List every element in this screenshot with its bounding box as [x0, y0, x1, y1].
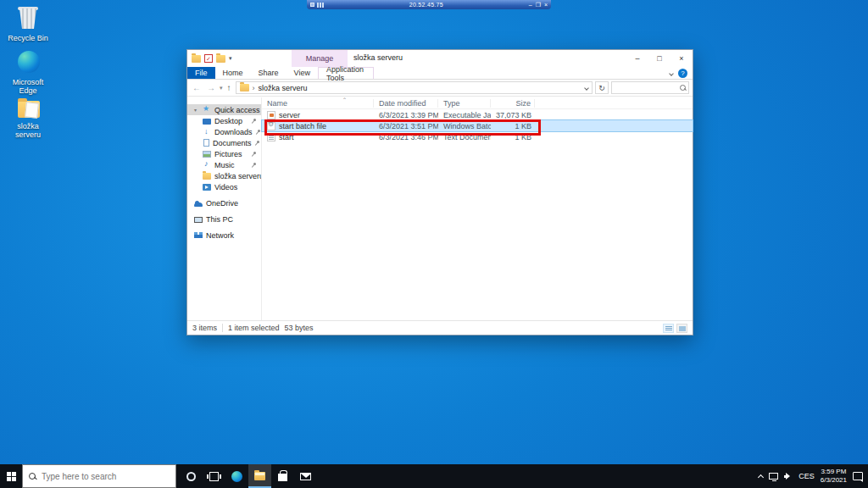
column-header-name[interactable]: Name	[262, 99, 374, 108]
forward-button[interactable]: →	[205, 83, 217, 92]
sidebar-item-slozka-serveru[interactable]: složka serveru	[187, 170, 261, 181]
breadcrumb[interactable]: › složka serveru	[236, 81, 593, 94]
chevron-down-icon[interactable]: ▾	[229, 55, 232, 62]
new-folder-icon[interactable]	[216, 55, 225, 63]
sidebar-item-onedrive[interactable]: OneDrive	[187, 197, 261, 208]
network-tray-icon[interactable]	[769, 473, 778, 480]
sidebar-item-downloads[interactable]: Downloads	[187, 126, 261, 137]
action-center-icon[interactable]	[853, 472, 863, 480]
store-icon	[278, 474, 287, 481]
maximize-button[interactable]: □	[648, 50, 670, 67]
rdp-restore-button[interactable]: ❐	[536, 2, 541, 8]
show-hidden-icons-chevron-icon[interactable]	[758, 474, 764, 480]
sidebar-item-label: Downloads	[214, 128, 253, 136]
taskbar: CES 3:59 PM 6/3/2021	[0, 464, 868, 488]
taskbar-search-input[interactable]	[42, 472, 170, 481]
title-bar: ✓ ▾ Manage složka serveru – □ ×	[187, 50, 693, 67]
file-name: start batch file	[279, 122, 326, 130]
rdp-close-button[interactable]: ×	[544, 2, 548, 8]
window-title: složka serveru	[353, 53, 403, 62]
file-explorer-taskbar-button[interactable]	[248, 464, 271, 488]
ribbon-collapse-chevron-icon[interactable]	[669, 71, 674, 76]
clock[interactable]: 3:59 PM 6/3/2021	[821, 468, 847, 485]
sidebar-item-videos[interactable]: Videos	[187, 181, 261, 192]
explorer-search-input[interactable]	[615, 84, 680, 92]
mail-icon	[300, 473, 311, 480]
refresh-button[interactable]: ↻	[595, 81, 609, 94]
tab-file[interactable]: File	[187, 67, 215, 79]
file-size: 1 KB	[491, 133, 535, 141]
folder-icon	[203, 173, 211, 180]
expander-icon[interactable]: ▾	[194, 107, 199, 113]
details-view-button[interactable]	[663, 324, 674, 333]
task-view-button[interactable]	[203, 464, 225, 488]
network-icon	[194, 235, 203, 238]
address-dropdown-chevron-icon[interactable]	[584, 86, 589, 91]
file-date: 6/3/2021 3:51 PM	[374, 122, 438, 130]
volume-icon[interactable]	[784, 473, 793, 480]
desktop-icon	[203, 119, 211, 125]
file-type: Windows Batch File	[438, 122, 491, 130]
rdp-minimize-button[interactable]: –	[529, 2, 532, 8]
language-indicator[interactable]: CES	[798, 472, 815, 480]
close-button[interactable]: ×	[670, 50, 693, 67]
pin-icon	[255, 141, 260, 146]
sidebar-item-quick-access[interactable]: ▾ Quick access	[187, 104, 261, 115]
address-bar: ← → ▾ ↑ › složka serveru ↻	[187, 80, 693, 97]
desktop-icon-slozka-serveru[interactable]: složka serveru	[3, 97, 53, 139]
tab-application-tools[interactable]: Application Tools	[318, 67, 374, 79]
file-row-server[interactable]: server 6/3/2021 3:39 PM Executable Jar F…	[262, 109, 693, 120]
edge-icon	[231, 471, 242, 482]
divider	[222, 324, 223, 332]
this-pc-icon	[194, 217, 203, 223]
status-selection: 1 item selected	[228, 324, 280, 332]
rdp-left-controls	[310, 3, 324, 8]
sidebar-item-documents[interactable]: Documents	[187, 137, 261, 148]
tab-share[interactable]: Share	[251, 67, 287, 79]
music-icon	[203, 161, 211, 169]
rdp-ip-address: 20.52.45.75	[324, 2, 529, 8]
minimize-button[interactable]: –	[626, 50, 648, 67]
column-header-size[interactable]: Size	[491, 99, 535, 108]
column-header-date-modified[interactable]: Date modified	[374, 99, 438, 108]
downloads-icon	[203, 128, 211, 136]
pin-icon[interactable]	[310, 3, 314, 7]
tray-time: 3:59 PM	[821, 468, 847, 476]
sidebar-item-this-pc[interactable]: This PC	[187, 214, 261, 225]
cortana-button[interactable]	[180, 464, 203, 488]
system-tray: CES 3:59 PM 6/3/2021	[759, 464, 868, 488]
column-header-type[interactable]: Type	[438, 99, 491, 108]
sidebar-item-label: Pictures	[214, 150, 242, 158]
edge-taskbar-button[interactable]	[225, 464, 248, 488]
tab-view[interactable]: View	[287, 67, 318, 79]
back-button[interactable]: ←	[191, 83, 203, 92]
folder-icon[interactable]	[192, 55, 201, 63]
rdp-connection-bar[interactable]: 20.52.45.75 – ❐ ×	[307, 0, 551, 9]
recent-locations-chevron-icon[interactable]: ▾	[220, 85, 223, 92]
microsoft-store-button[interactable]	[271, 464, 294, 488]
start-button[interactable]	[0, 464, 22, 488]
text-file-icon	[267, 133, 275, 141]
help-icon[interactable]: ?	[678, 69, 687, 78]
desktop-icon-label: složka serveru	[3, 122, 53, 139]
file-list: ⌃ Name Date modified Type Size server 6/…	[261, 97, 693, 320]
explorer-search-box[interactable]	[611, 81, 689, 94]
file-name: server	[279, 111, 300, 119]
sidebar-item-desktop[interactable]: Desktop	[187, 115, 261, 126]
file-row-start-batch-file[interactable]: start batch file 6/3/2021 3:51 PM Window…	[262, 120, 693, 131]
desktop-icon-recycle-bin[interactable]: Recycle Bin	[3, 5, 53, 42]
breadcrumb-location[interactable]: složka serveru	[259, 84, 308, 92]
mail-button[interactable]	[294, 464, 317, 488]
tab-home[interactable]: Home	[215, 67, 251, 79]
desktop-icon-microsoft-edge[interactable]: Microsoft Edge	[3, 49, 53, 95]
edge-icon	[14, 49, 42, 76]
pin-icon	[252, 119, 257, 124]
sidebar-item-network[interactable]: Network	[187, 230, 261, 241]
taskbar-search-box[interactable]	[22, 464, 176, 488]
sidebar-item-music[interactable]: Music	[187, 159, 261, 170]
properties-check-icon[interactable]: ✓	[204, 54, 213, 63]
up-button[interactable]: ↑	[225, 83, 233, 92]
sidebar-item-pictures[interactable]: Pictures	[187, 148, 261, 159]
large-icons-view-button[interactable]	[676, 324, 687, 333]
file-row-start[interactable]: start 6/3/2021 3:46 PM Text Document 1 K…	[262, 131, 693, 142]
